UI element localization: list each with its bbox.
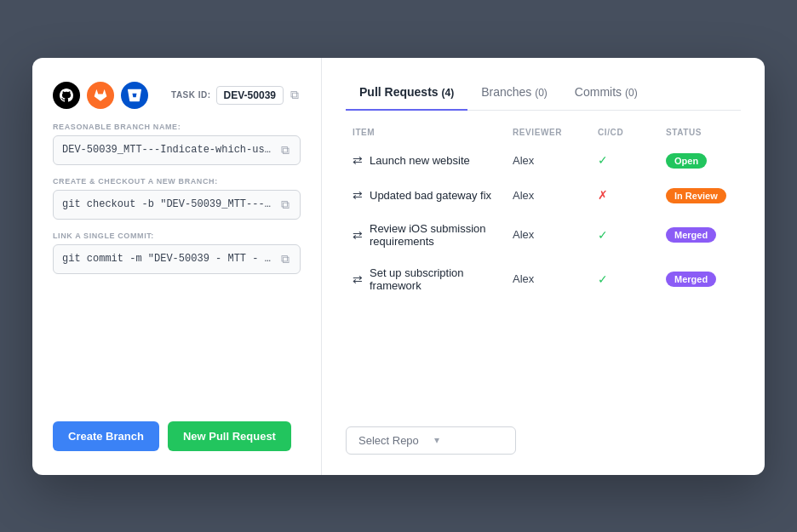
item-cell: ⇄ Set up subscription framework: [353, 266, 513, 292]
item-cell: ⇄ Updated bad gateway fix: [353, 188, 513, 202]
bottom-row: Select Repo ▾: [346, 413, 741, 455]
item-name: Updated bad gateway fix: [370, 189, 491, 202]
tab-pull-requests[interactable]: Pull Requests (4): [346, 78, 467, 111]
bitbucket-icon[interactable]: [121, 82, 148, 109]
gitlab-icon[interactable]: [87, 82, 114, 109]
table-row: ⇄ Review iOS submission requirements Ale…: [346, 214, 741, 256]
reviewer-cell: Alex: [513, 154, 598, 167]
cicd-cell: ✓: [598, 272, 666, 286]
left-panel: TASK ID: DEV-50039 ⧉ REASONABLE BRANCH N…: [32, 58, 322, 475]
item-name: Set up subscription framework: [370, 266, 513, 292]
item-cell: ⇄ Review iOS submission requirements: [353, 222, 513, 248]
new-pull-request-button[interactable]: New Pull Request: [168, 421, 291, 451]
cicd-cell: ✓: [598, 228, 666, 242]
reviewer-cell: Alex: [513, 228, 598, 241]
icons-row: TASK ID: DEV-50039 ⧉: [53, 82, 301, 109]
branches-count: (0): [535, 87, 548, 99]
checkout-value: git checkout -b "DEV-50039_MTT---Indica.…: [62, 198, 274, 210]
status-cell: Merged: [666, 271, 734, 287]
copy-branch-name-button[interactable]: ⧉: [279, 141, 291, 159]
table-header: ITEM REVIEWER CI/CD STATUS: [346, 128, 741, 144]
select-repo-dropdown[interactable]: Select Repo ▾: [346, 426, 516, 455]
checkout-section: CREATE & CHECKOUT A NEW BRANCH: git chec…: [53, 177, 301, 220]
select-repo-label: Select Repo: [358, 434, 427, 447]
status-badge: Merged: [666, 227, 716, 243]
col-reviewer: REVIEWER: [513, 128, 598, 137]
commit-label: LINK A SINGLE COMMIT:: [53, 232, 301, 240]
commit-value: git commit -m "DEV-50039 - MTT - Indicat…: [62, 253, 274, 265]
table-row: ⇄ Set up subscription framework Alex ✓ M…: [346, 258, 741, 300]
checkout-input-row: git checkout -b "DEV-50039_MTT---Indica.…: [53, 190, 301, 220]
tab-commits[interactable]: Commits (0): [561, 78, 651, 111]
table-row: ⇄ Launch new website Alex ✓ Open: [346, 144, 741, 177]
bottom-buttons: Create Branch New Pull Request: [53, 411, 301, 451]
reviewer-cell: Alex: [513, 189, 598, 202]
status-badge: Merged: [666, 272, 716, 287]
branch-name-label: REASONABLE BRANCH NAME:: [53, 123, 301, 131]
col-status: STATUS: [666, 128, 734, 137]
right-panel: Pull Requests (4) Branches (0) Commits (…: [322, 58, 765, 475]
pr-icon: ⇄: [353, 188, 363, 202]
status-cell: In Review: [666, 187, 734, 203]
pr-icon: ⇄: [353, 153, 363, 167]
branch-name-section: REASONABLE BRANCH NAME: DEV-50039_MTT---…: [53, 123, 301, 165]
github-icon[interactable]: [53, 82, 80, 109]
table-rows: ⇄ Launch new website Alex ✓ Open ⇄ Updat…: [346, 144, 741, 413]
cicd-cell: ✗: [598, 188, 666, 202]
pr-icon: ⇄: [353, 228, 363, 242]
checkout-label: CREATE & CHECKOUT A NEW BRANCH:: [53, 177, 301, 186]
modal-dialog: TASK ID: DEV-50039 ⧉ REASONABLE BRANCH N…: [32, 58, 765, 475]
task-id-box: TASK ID: DEV-50039 ⧉: [171, 86, 301, 105]
copy-commit-button[interactable]: ⧉: [279, 250, 291, 268]
task-id-value: DEV-50039: [216, 86, 284, 105]
commit-input-row: git commit -m "DEV-50039 - MTT - Indicat…: [53, 244, 301, 274]
branch-name-input-row: DEV-50039_MTT---Indicate-which-users-c..…: [53, 135, 301, 165]
item-name: Review iOS submission requirements: [370, 222, 513, 248]
status-cell: Open: [666, 152, 734, 169]
commits-count: (0): [625, 87, 638, 99]
tabs-row: Pull Requests (4) Branches (0) Commits (…: [346, 78, 741, 111]
branch-name-value: DEV-50039_MTT---Indicate-which-users-c..…: [62, 144, 274, 156]
tab-branches[interactable]: Branches (0): [467, 78, 561, 111]
status-badge: In Review: [666, 188, 726, 203]
copy-task-id-button[interactable]: ⧉: [289, 86, 301, 104]
commit-section: LINK A SINGLE COMMIT: git commit -m "DEV…: [53, 232, 301, 274]
copy-checkout-button[interactable]: ⧉: [279, 196, 291, 214]
pr-icon: ⇄: [353, 272, 363, 286]
status-cell: Merged: [666, 226, 734, 243]
task-id-label: TASK ID:: [171, 90, 211, 100]
create-branch-button[interactable]: Create Branch: [53, 421, 159, 451]
reviewer-cell: Alex: [513, 272, 598, 285]
col-item: ITEM: [353, 128, 513, 137]
table-row: ⇄ Updated bad gateway fix Alex ✗ In Revi…: [346, 179, 741, 212]
item-name: Launch new website: [370, 154, 470, 167]
status-badge: Open: [666, 153, 707, 169]
chevron-down-icon: ▾: [434, 434, 503, 446]
col-cicd: CI/CD: [598, 128, 666, 137]
item-cell: ⇄ Launch new website: [353, 153, 513, 167]
pr-count: (4): [441, 87, 454, 99]
cicd-cell: ✓: [598, 153, 666, 167]
